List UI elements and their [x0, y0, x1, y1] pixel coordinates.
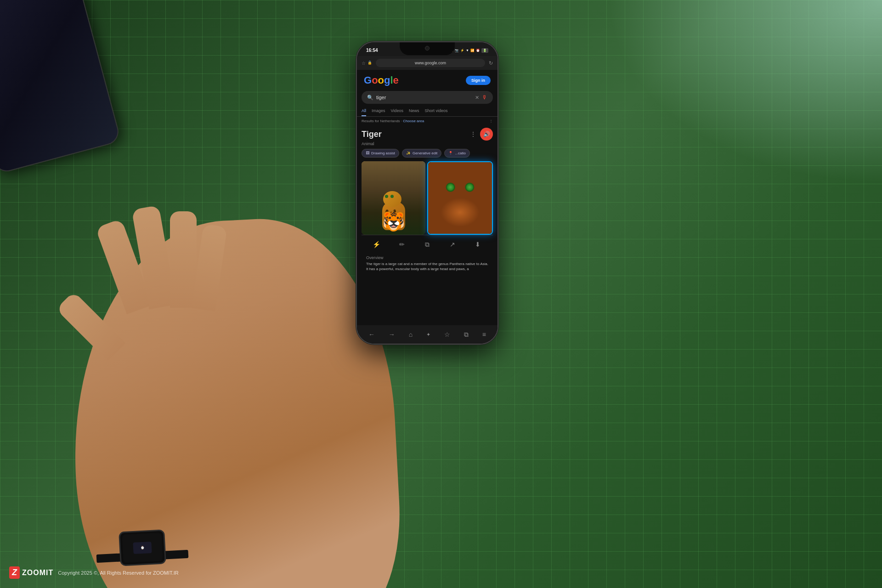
edit-button[interactable]: ✏: [396, 238, 408, 251]
image-gallery: [362, 161, 493, 235]
tab-videos[interactable]: Videos: [391, 108, 403, 116]
notch: [400, 42, 455, 55]
choose-area-link[interactable]: Choose area: [403, 119, 424, 123]
results-text: Results for Netherlands ·: [362, 119, 403, 123]
bottom-nav: ← → ⌂ ✦ ☆ ⧉ ≡: [357, 325, 498, 344]
tab-short-videos[interactable]: Short videos: [424, 108, 447, 116]
battery-icon: ⚡: [460, 49, 464, 52]
panel-subtitle: Animal: [362, 141, 493, 146]
speaker-button[interactable]: 🔊: [480, 128, 493, 141]
watermark: Z ZOOMIT Copyright 2025 ©, All Rights Re…: [9, 566, 179, 579]
clear-search-icon[interactable]: ✕: [475, 95, 479, 101]
bookmark-nav-button[interactable]: ☆: [442, 329, 452, 340]
refresh-icon[interactable]: ↻: [489, 60, 493, 66]
copyright-text: Copyright 2025 ©, All Rights Reserved fo…: [58, 570, 178, 576]
url-text: www.google.com: [415, 61, 446, 65]
finger-ring: [170, 211, 197, 308]
voice-search-icon[interactable]: 🎙: [482, 94, 487, 101]
forward-nav-button[interactable]: →: [387, 329, 397, 340]
tab-news[interactable]: News: [409, 108, 419, 116]
tab-images[interactable]: Images: [372, 108, 385, 116]
results-info: Results for Netherlands · Choose area ⋮: [357, 117, 498, 125]
tiger-image-1[interactable]: [362, 161, 425, 235]
watch: ⌚: [119, 529, 166, 566]
lock-icon: 🔒: [368, 61, 372, 66]
generative-edit-icon: ✨: [406, 151, 411, 155]
download-button[interactable]: ⬇: [471, 238, 484, 251]
overview-section: Overview The tiger is a large cat and a …: [362, 254, 493, 273]
zoomit-z-icon: Z: [9, 566, 20, 579]
bookmark-icon[interactable]: ☆: [362, 61, 366, 66]
more-options-icon[interactable]: ⋮: [489, 119, 493, 123]
tab-all[interactable]: All: [362, 108, 366, 116]
tabs-nav-button[interactable]: ⧉: [462, 329, 470, 340]
google-header: Google Sign in: [357, 70, 498, 89]
panel-title: Tiger: [362, 130, 382, 139]
panel-header: Tiger ⋮ 🔊: [362, 128, 493, 141]
status-icons: 🔔 📷 ⚡ ▼ 📶 ⏰ 🔋: [449, 48, 488, 53]
alarm-icon: ⏰: [476, 49, 480, 52]
phone-frame: 16:54 🔔 📷 ⚡ ▼ 📶 ⏰ 🔋 ☆ 🔒 www.: [356, 41, 498, 345]
back-nav-button[interactable]: ←: [367, 329, 377, 340]
search-icon: 🔍: [367, 95, 373, 101]
drawing-assist-button[interactable]: 🖼 Drawing assist: [362, 149, 399, 158]
image-toolbar: ⚡ ✏ ⧉ ↗ ⬇: [362, 235, 493, 254]
overview-text: The tiger is a large cat and a member of…: [366, 261, 488, 271]
knowledge-panel: Tiger ⋮ 🔊 Animal 🖼 Drawing assist: [357, 125, 498, 325]
url-bar[interactable]: www.google.com: [376, 59, 485, 67]
panel-actions: ⋮ 🔊: [470, 128, 493, 141]
browser-bar[interactable]: ☆ 🔒 www.google.com ↻: [357, 56, 498, 70]
action-buttons: 🖼 Drawing assist ✨ Generative edit 📍 ...…: [362, 149, 493, 158]
generative-edit-button[interactable]: ✨ Generative edit: [402, 149, 441, 158]
generative-edit-label: Generative edit: [413, 151, 437, 155]
status-time: 16:54: [366, 48, 378, 53]
battery-level: 🔋: [481, 48, 488, 53]
wifi-icon: ▼: [466, 49, 469, 52]
sign-in-button[interactable]: Sign in: [466, 76, 491, 85]
drawing-assist-label: Drawing assist: [371, 151, 395, 155]
browser-nav-icons: ☆ 🔒: [362, 61, 372, 66]
location-icon: 📍: [448, 151, 453, 155]
menu-nav-button[interactable]: ≡: [481, 329, 488, 340]
drawing-assist-icon: 🖼: [366, 151, 369, 155]
location-label: ...catio: [455, 151, 466, 155]
phone-container: 16:54 🔔 📷 ⚡ ▼ 📶 ⏰ 🔋 ☆ 🔒 www.: [356, 41, 498, 345]
lens-button[interactable]: ⚡: [370, 238, 383, 251]
home-nav-button[interactable]: ⌂: [407, 329, 414, 340]
share-button[interactable]: ↗: [446, 238, 459, 251]
google-page: Google Sign in 🔍 tiger ✕ 🎙 All Images Vi…: [357, 70, 498, 344]
overview-label: Overview: [366, 255, 488, 260]
ai-nav-button[interactable]: ✦: [424, 330, 432, 339]
google-logo: Google: [364, 74, 399, 86]
location-button[interactable]: 📍 ...catio: [444, 149, 470, 158]
search-bar[interactable]: 🔍 tiger ✕ 🎙: [362, 91, 493, 104]
search-query-text: tiger: [376, 95, 472, 100]
tiger-image-2[interactable]: [427, 161, 493, 235]
copy-button[interactable]: ⧉: [421, 238, 434, 251]
zoomit-logo: Z ZOOMIT: [9, 566, 53, 579]
zoomit-name: ZOOMIT: [22, 569, 53, 577]
phone-screen: 16:54 🔔 📷 ⚡ ▼ 📶 ⏰ 🔋 ☆ 🔒 www.: [357, 42, 498, 344]
search-tabs: All Images Videos News Short videos: [357, 106, 498, 117]
panel-more-icon[interactable]: ⋮: [470, 130, 476, 138]
photo-icon: 📷: [455, 49, 459, 52]
front-camera: [425, 46, 430, 51]
signal-icon: 📶: [470, 49, 475, 52]
